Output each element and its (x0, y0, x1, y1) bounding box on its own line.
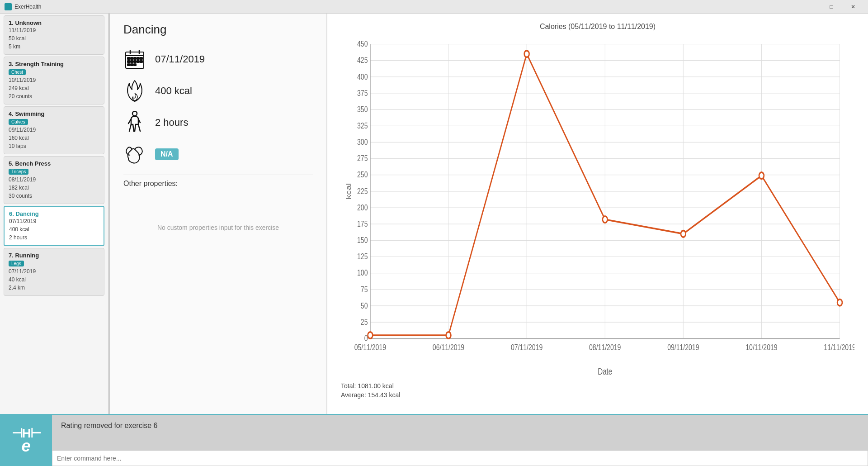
svg-text:kcal: kcal (344, 183, 352, 200)
svg-rect-14 (140, 61, 142, 62)
svg-point-77 (524, 51, 529, 57)
logo-inner: ⊣H⊢ e (12, 427, 40, 454)
svg-text:275: 275 (357, 153, 368, 163)
detail-date-row: 07/11/2019 (123, 48, 313, 71)
maximize-button[interactable]: □ (821, 0, 842, 14)
muscle-icon (123, 143, 146, 166)
svg-text:300: 300 (357, 137, 368, 147)
chart-panel: Calories (05/11/2019 to 11/11/2019) 0255… (327, 14, 868, 414)
svg-text:08/11/2019: 08/11/2019 (589, 342, 621, 352)
svg-point-81 (837, 299, 842, 305)
chart-area: 0255075100125150175200225250275300325350… (341, 38, 854, 378)
detail-duration-row: 2 hours (123, 111, 313, 134)
svg-text:11/11/2019: 11/11/2019 (824, 342, 854, 352)
item-title-1: 3. Strength Training (9, 61, 99, 67)
minimize-button[interactable]: ─ (799, 0, 820, 14)
window-controls: ─ □ ✕ (799, 0, 863, 14)
svg-text:150: 150 (357, 235, 368, 245)
sidebar-item-4[interactable]: 6. Dancing 07/11/2019400 kcal2 hours (4, 206, 104, 246)
sidebar-item-5[interactable]: 7. Running Legs 07/11/201940 kcal2.4 km (4, 248, 104, 296)
svg-text:07/11/2019: 07/11/2019 (511, 342, 542, 352)
main-content: 1. Unknown 11/11/201950 kcal5 km 3. Stre… (0, 14, 868, 414)
person-icon (123, 111, 146, 134)
svg-text:200: 200 (357, 203, 368, 213)
command-input[interactable] (52, 450, 868, 466)
calendar-icon (123, 48, 146, 71)
detail-kcal-row: 400 kcal (123, 80, 313, 102)
svg-rect-12 (134, 61, 136, 62)
svg-rect-9 (140, 57, 142, 59)
close-button[interactable]: ✕ (843, 0, 863, 14)
flame-icon (123, 80, 146, 102)
item-title-5: 7. Running (9, 252, 99, 259)
svg-text:325: 325 (357, 121, 368, 131)
svg-point-78 (603, 216, 608, 223)
svg-text:25: 25 (361, 317, 368, 327)
bottom-content: Rating removed for exercise 6 (52, 415, 868, 466)
svg-point-80 (759, 172, 764, 179)
item-title-3: 5. Bench Press (9, 160, 99, 167)
chart-title: Calories (05/11/2019 to 11/11/2019) (341, 23, 854, 31)
svg-point-76 (446, 332, 451, 338)
detail-rating-row: N/A (123, 143, 313, 166)
svg-text:225: 225 (357, 186, 368, 196)
bottom-bar: ⊣H⊢ e Rating removed for exercise 6 (0, 414, 868, 466)
svg-text:06/11/2019: 06/11/2019 (433, 342, 464, 352)
item-meta-5: 07/11/201940 kcal2.4 km (9, 267, 99, 292)
svg-rect-16 (131, 64, 133, 66)
svg-text:375: 375 (357, 88, 368, 98)
svg-text:50: 50 (361, 301, 368, 311)
tag-5: Legs (9, 261, 24, 266)
exercise-title: Dancing (123, 23, 313, 37)
exercise-kcal: 400 kcal (155, 85, 192, 97)
svg-rect-15 (127, 64, 130, 66)
tag-1: Chest (9, 69, 26, 75)
svg-text:350: 350 (357, 105, 368, 114)
sidebar-item-1[interactable]: 3. Strength Training Chest 10/11/2019249… (4, 57, 104, 105)
tag-3: Triceps (9, 169, 28, 175)
svg-text:100: 100 (357, 268, 368, 278)
chart-average: Average: 154.43 kcal (341, 391, 854, 399)
detail-panel: Dancing (110, 14, 327, 414)
svg-text:125: 125 (357, 252, 368, 262)
app-icon (5, 3, 12, 10)
svg-text:75: 75 (361, 285, 368, 295)
svg-point-79 (681, 231, 686, 237)
exercise-rating: N/A (155, 148, 179, 160)
sidebar-item-0[interactable]: 1. Unknown 11/11/201950 kcal5 km (4, 15, 104, 55)
sidebar: 1. Unknown 11/11/201950 kcal5 km 3. Stre… (0, 14, 108, 414)
svg-rect-11 (131, 61, 133, 62)
svg-rect-0 (5, 4, 11, 10)
no-props-message: No custom properties input for this exer… (123, 224, 313, 231)
svg-text:450: 450 (357, 39, 368, 49)
svg-point-75 (368, 332, 373, 338)
item-meta-0: 11/11/201950 kcal5 km (9, 26, 99, 51)
svg-rect-8 (137, 57, 139, 59)
sidebar-item-3[interactable]: 5. Bench Press Triceps 08/11/2019182 kca… (4, 156, 104, 204)
exercise-date: 07/11/2019 (155, 53, 205, 65)
svg-rect-17 (134, 64, 136, 66)
svg-rect-13 (137, 61, 139, 62)
svg-rect-5 (127, 57, 130, 59)
svg-rect-6 (131, 57, 133, 59)
exercise-duration: 2 hours (155, 117, 188, 128)
item-meta-3: 08/11/2019182 kcal30 counts (9, 176, 99, 200)
tag-2: Calves (9, 119, 28, 125)
item-meta-2: 09/11/2019160 kcal10 laps (9, 126, 99, 150)
svg-point-18 (132, 111, 137, 116)
svg-text:400: 400 (357, 72, 368, 82)
sidebar-item-2[interactable]: 4. Swimming Calves 09/11/2019160 kcal10 … (4, 106, 104, 154)
item-meta-1: 10/11/2019249 kcal20 counts (9, 76, 99, 100)
svg-text:09/11/2019: 09/11/2019 (667, 342, 699, 352)
chart-stats: Total: 1081.00 kcal Average: 154.43 kcal (341, 378, 854, 405)
svg-rect-10 (127, 61, 130, 62)
chart-total: Total: 1081.00 kcal (341, 382, 854, 390)
svg-rect-7 (134, 57, 136, 59)
item-meta-4: 07/11/2019400 kcal2 hours (9, 217, 99, 242)
svg-text:175: 175 (357, 219, 368, 229)
item-title-2: 4. Swimming (9, 110, 99, 117)
app-title: ExerHealth (14, 4, 41, 10)
item-title-0: 1. Unknown (9, 19, 99, 26)
svg-text:10/11/2019: 10/11/2019 (745, 342, 777, 352)
svg-text:425: 425 (357, 55, 368, 65)
